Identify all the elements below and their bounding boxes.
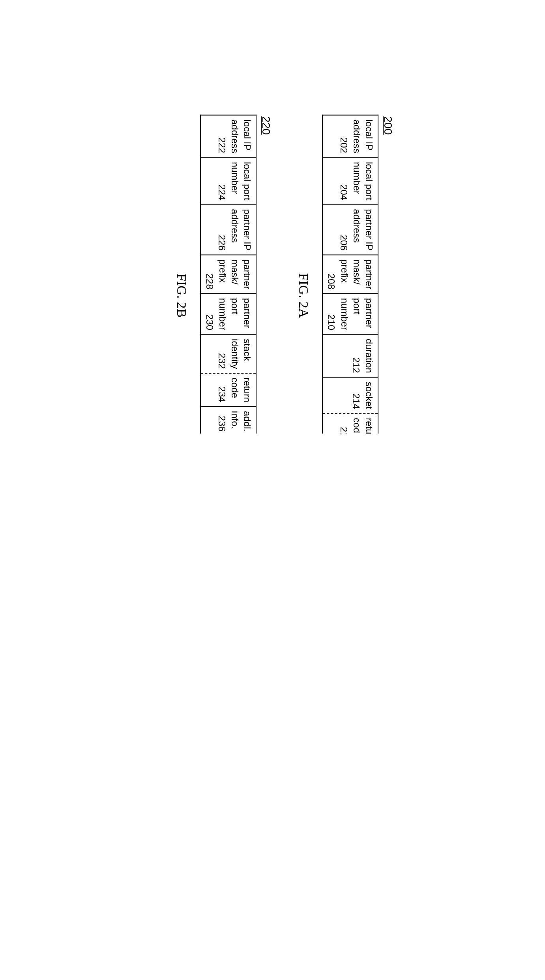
fig-b-table: local IPaddress 222 local portnumber 224… (200, 115, 257, 434)
cell-num: 236 (216, 416, 228, 432)
cell-label: partner IPaddress (229, 209, 253, 250)
cell-label: partnermask/prefix (339, 259, 376, 289)
cell-local-port: local portnumber 224 (201, 158, 257, 205)
cell-partner-ip: partner IPaddress 206 (322, 205, 378, 255)
cell-label: socket (363, 382, 375, 409)
fig-a-ref: 200 (382, 116, 394, 434)
cell-label: local portnumber (229, 162, 253, 200)
cell-label: partnermask/prefix (217, 259, 254, 289)
cell-num: 234 (216, 387, 228, 402)
cell-num: 204 (338, 184, 350, 200)
cell-num: 226 (216, 235, 228, 251)
cell-num: 216 (338, 427, 350, 434)
cell-num: 232 (216, 353, 228, 369)
cell-label: returncode (351, 418, 375, 433)
cell-num: 208 (325, 274, 337, 289)
figure-2a-block: 200 local IPaddress 202 local portnumber… (296, 115, 394, 434)
cell-num: 206 (338, 235, 350, 251)
cell-num: 212 (350, 357, 362, 373)
fig-b-caption: FIG. 2B (174, 115, 189, 434)
cell-label: partnerportnumber (217, 298, 254, 330)
cell-stack-identity: stackidentity 232 (201, 334, 257, 373)
cell-num: 210 (325, 314, 337, 330)
cell-partner-port: partnerportnumber 210 (322, 294, 378, 334)
cell-label: duration (363, 339, 375, 373)
cell-local-ip: local IPaddress 202 (322, 115, 378, 158)
page-container: 200 local IPaddress 202 local portnumber… (151, 115, 395, 434)
cell-partner-ip: partner IPaddress 226 (201, 205, 257, 255)
fig-a-table: local IPaddress 202 local portnumber 204… (322, 115, 378, 434)
cell-local-port: local portnumber 204 (322, 158, 378, 205)
cell-partner-port: partnerportnumber 230 (201, 294, 257, 334)
cell-num: 202 (338, 137, 350, 153)
fig-b-ref: 220 (260, 116, 272, 434)
cell-duration: duration 212 (322, 334, 378, 377)
cell-socket: socket 214 (322, 377, 378, 413)
cell-label: partnerportnumber (339, 298, 376, 330)
cell-label: local IPaddress (229, 120, 253, 153)
cell-partner-mask: partnermask/prefix 228 (201, 255, 257, 294)
cell-label: stackidentity (229, 339, 253, 369)
cell-label: addl.info. (229, 411, 253, 432)
cell-partner-mask: partnermask/prefix 208 (322, 255, 378, 294)
cell-return-code: returncode 216 (322, 413, 378, 433)
cell-num: 214 (350, 393, 362, 409)
cell-num: 228 (204, 274, 216, 289)
cell-num: 222 (216, 137, 228, 153)
cell-addl-info: addl.info. 236 (201, 407, 257, 434)
cell-label: local portnumber (351, 162, 375, 200)
cell-num: 224 (216, 184, 228, 200)
cell-local-ip: local IPaddress 222 (201, 115, 257, 158)
cell-return-code: returncode 234 (201, 373, 257, 407)
cell-label: local IPaddress (351, 120, 375, 153)
cell-num: 230 (204, 314, 216, 330)
cell-label: returncode (229, 377, 253, 402)
cell-label: partner IPaddress (351, 209, 375, 250)
fig-a-caption: FIG. 2A (296, 115, 311, 434)
figure-2b-block: 220 local IPaddress 222 local portnumber… (174, 115, 273, 434)
